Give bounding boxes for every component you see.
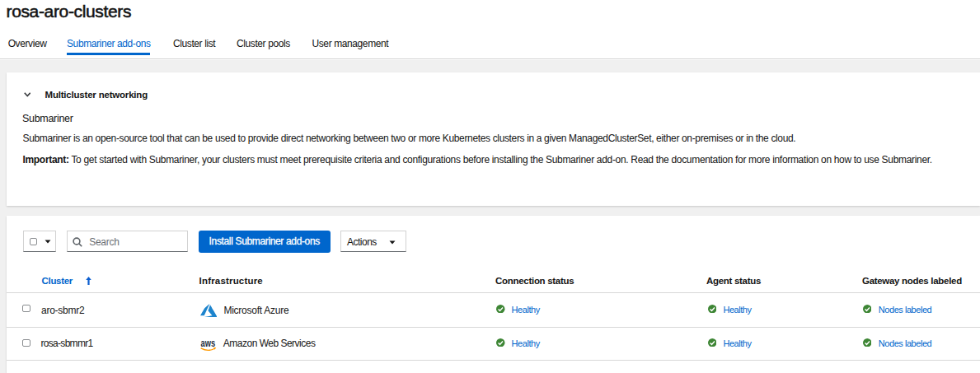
- svg-text:aws: aws: [201, 340, 216, 349]
